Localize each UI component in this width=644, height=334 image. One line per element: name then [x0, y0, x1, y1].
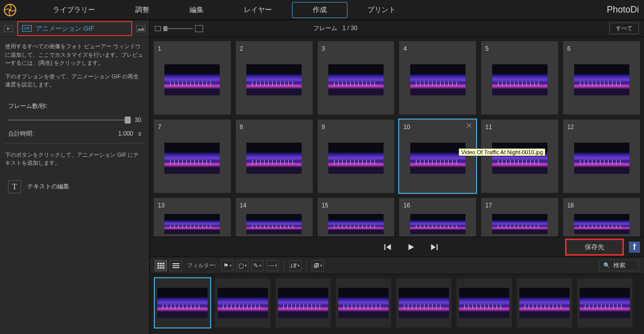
frame-cell[interactable]: 7: [154, 120, 231, 193]
zoom-large-icon[interactable]: [195, 25, 203, 32]
zoom-slider[interactable]: [163, 28, 193, 29]
svg-rect-18: [294, 264, 297, 265]
app-name-label: PhotoDi: [607, 5, 639, 15]
frame-cell[interactable]: 13: [154, 198, 231, 237]
tab-edit[interactable]: 編集: [169, 2, 224, 19]
frame-number: 6: [566, 44, 637, 55]
frame-cell[interactable]: 10 Video Of Traffic At Night-0010.jpg: [399, 120, 476, 193]
frame-cell[interactable]: 8: [236, 120, 313, 193]
separator: [306, 261, 307, 271]
filename-tooltip: Video Of Traffic At Night-0010.jpg: [458, 148, 545, 156]
text-edit-button[interactable]: T テキストの編集: [0, 177, 149, 196]
tab-library[interactable]: ライブラリー: [33, 2, 115, 19]
frame-thumbnail: [246, 143, 302, 174]
frame-cell[interactable]: 11: [481, 120, 558, 193]
select-all-button[interactable]: すべて: [609, 23, 639, 34]
playback-mode-icon[interactable]: [3, 23, 14, 34]
sidebar-description-1: 使用するすべての画像をフォト ビューアー ウィンドウに追加して、ここでカスタマイ…: [5, 42, 144, 67]
frame-cell[interactable]: 1: [154, 41, 231, 115]
frame-cell[interactable]: 17: [481, 198, 558, 237]
frame-cell[interactable]: 4: [399, 41, 476, 115]
zoom-small-icon[interactable]: [155, 26, 161, 31]
frame-thumbnail: [574, 64, 629, 95]
filmstrip-item[interactable]: [215, 278, 270, 327]
frame-cell[interactable]: 15: [318, 198, 395, 237]
fps-slider-thumb[interactable]: [125, 117, 131, 124]
frame-cell[interactable]: 16: [399, 198, 476, 237]
image-mode-icon[interactable]: [135, 23, 146, 34]
frame-counter: 1 / 30: [342, 25, 357, 32]
filmstrip: [150, 274, 644, 334]
facebook-icon[interactable]: f: [629, 242, 640, 253]
frame-cell[interactable]: 18: [563, 198, 640, 237]
frame-number: 14: [239, 201, 310, 212]
divider: [4, 143, 145, 144]
frame-cell[interactable]: 14: [236, 198, 313, 237]
filter-flag-button[interactable]: ⚑▾: [221, 260, 233, 271]
prev-frame-button[interactable]: [383, 243, 392, 252]
frame-number: 3: [321, 44, 392, 55]
left-sidebar: GIF アニメーション GIF 使用するすべての画像をフォト ビューアー ウィン…: [0, 20, 150, 334]
svg-rect-19: [294, 265, 296, 266]
filmstrip-thumbnail: [519, 288, 570, 318]
frame-cell[interactable]: 6: [563, 41, 640, 115]
frame-cell[interactable]: 2: [236, 41, 313, 115]
frame-grid: 1 2 3 4 5 6 7 8 9 10 Video Of Traffic At…: [150, 37, 644, 237]
frame-thumbnail: [328, 64, 384, 95]
playback-bar: 保存先 f: [150, 237, 644, 257]
filmstrip-item[interactable]: [336, 278, 391, 327]
total-time-unit: s: [138, 130, 141, 137]
frame-number: 2: [239, 44, 310, 55]
save-to-button[interactable]: 保存先: [565, 239, 624, 256]
filmstrip-item[interactable]: [517, 278, 572, 327]
filmstrip-item[interactable]: [577, 278, 632, 327]
frame-cell[interactable]: 5: [481, 41, 558, 115]
next-frame-button[interactable]: [429, 243, 438, 252]
top-tab-bar: ライブラリー 調整 編集 レイヤー 作成 プリント PhotoDi: [0, 0, 644, 20]
view-grid-button[interactable]: [155, 260, 167, 271]
frame-cell[interactable]: 3: [318, 41, 395, 115]
tab-layer[interactable]: レイヤー: [224, 2, 292, 19]
frame-thumbnail: [164, 214, 220, 234]
svg-rect-20: [294, 267, 296, 268]
frame-thumbnail: [328, 214, 384, 234]
search-box[interactable]: 🔍 検索: [599, 260, 639, 271]
tab-create[interactable]: 作成: [292, 2, 347, 18]
fps-slider[interactable]: [8, 120, 128, 121]
frame-thumbnail: [328, 143, 384, 174]
frame-number: 1: [157, 44, 228, 55]
frame-number: 18: [566, 201, 637, 212]
frame-number: 8: [239, 123, 310, 134]
frame-cell[interactable]: 9: [318, 120, 395, 193]
frame-thumbnail: [574, 143, 629, 174]
frame-thumbnail: [246, 214, 302, 234]
filter-brush-button[interactable]: ✎▾: [251, 260, 263, 271]
filter-label-button[interactable]: ▢▾: [236, 260, 248, 271]
filmstrip-item[interactable]: [456, 278, 512, 327]
svg-rect-16: [172, 265, 179, 266]
close-icon[interactable]: [466, 123, 472, 129]
filmstrip-item[interactable]: [155, 278, 210, 327]
frame-cell[interactable]: 12: [563, 120, 640, 193]
frame-number: 4: [402, 44, 473, 55]
play-button[interactable]: [406, 243, 415, 252]
svg-rect-14: [162, 267, 164, 269]
sidebar-description-3: 下のボタンをクリックして、アニメーション GIF にテキストを追加します。: [5, 151, 144, 167]
tab-print[interactable]: プリント: [347, 2, 416, 19]
frame-thumbnail: [410, 64, 466, 95]
tab-adjust[interactable]: 調整: [115, 2, 169, 19]
frame-thumbnail: [410, 214, 466, 234]
frame-thumbnail: [164, 64, 220, 95]
svg-rect-11: [162, 265, 164, 266]
filter-more-button[interactable]: ⋯▾: [266, 260, 279, 271]
svg-rect-22: [314, 264, 318, 268]
animation-gif-button[interactable]: GIF アニメーション GIF: [17, 21, 132, 36]
svg-rect-6: [157, 263, 159, 264]
total-time-value: 1.000: [118, 130, 133, 137]
sort-button[interactable]: ▾: [289, 260, 301, 271]
filmstrip-item[interactable]: [275, 278, 331, 327]
stack-button[interactable]: ▾: [312, 260, 324, 271]
filmstrip-item[interactable]: [396, 278, 451, 327]
view-list-button[interactable]: [170, 260, 182, 271]
svg-rect-8: [162, 263, 164, 264]
